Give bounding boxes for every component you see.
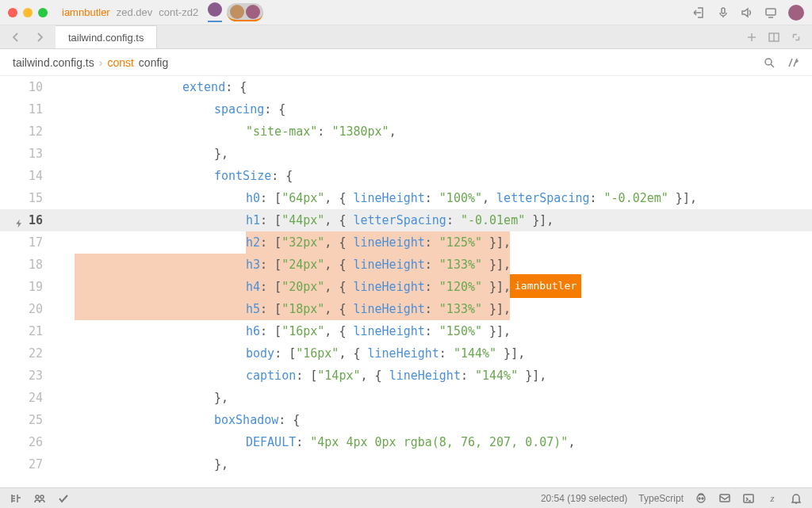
titlebar-actions	[693, 5, 804, 21]
code-content: },	[56, 387, 812, 409]
close-window-button[interactable]	[8, 8, 17, 17]
code-line[interactable]: 27},	[0, 453, 812, 476]
zed-icon[interactable]: z	[766, 492, 779, 505]
language-mode[interactable]: TypeScript	[638, 493, 684, 504]
screen-share-icon[interactable]	[764, 6, 777, 19]
line-number: 16	[0, 209, 56, 231]
notifications-icon[interactable]	[790, 492, 802, 505]
svg-point-7	[699, 498, 700, 499]
window-controls	[8, 8, 48, 17]
code-content: h0: ["64px", { lineHeight: "100%", lette…	[56, 187, 812, 209]
title-user[interactable]: iamnbutler	[62, 6, 110, 18]
code-content: h4: ["20px", { lineHeight: "120%" }],	[56, 276, 812, 298]
code-line[interactable]: 18h3: ["24px", { lineHeight: "133%" }],	[0, 254, 812, 276]
project-panel-icon[interactable]	[10, 492, 22, 505]
code-line[interactable]: 12"site-max": "1380px",	[0, 120, 812, 143]
svg-point-4	[36, 495, 39, 498]
code-content: },	[56, 143, 812, 165]
code-line[interactable]: 14fontSize: {	[0, 165, 812, 187]
minimize-window-button[interactable]	[23, 8, 33, 17]
code-line[interactable]: 16h1: ["44px", { letterSpacing: "-0.01em…	[0, 209, 812, 231]
nav-forward-icon[interactable]	[33, 31, 46, 44]
diagnostics-icon[interactable]	[57, 492, 70, 505]
line-number: 13	[0, 143, 56, 165]
split-pane-icon[interactable]	[768, 31, 780, 44]
code-content: h5: ["18px", { lineHeight: "133%" }],	[56, 298, 812, 320]
code-content: DEFAULT: "4px 4px 0px rgba(8, 76, 207, 0…	[56, 431, 812, 453]
speaker-icon[interactable]	[741, 6, 753, 19]
code-line[interactable]: 24},	[0, 387, 812, 409]
title-project[interactable]: zed.dev	[117, 6, 153, 18]
user-avatar[interactable]	[788, 5, 804, 21]
line-number: 19	[0, 276, 56, 298]
svg-point-3	[765, 59, 772, 65]
code-content: },	[56, 453, 812, 476]
code-line[interactable]: 20h5: ["18px", { lineHeight: "133%" }],	[0, 298, 812, 320]
nav-back-icon[interactable]	[10, 31, 22, 44]
contacts-icon[interactable]	[33, 492, 46, 505]
code-content: h2: ["32px", { lineHeight: "125%" }],	[56, 231, 812, 254]
code-line[interactable]: 21h6: ["16px", { lineHeight: "150%" }],	[0, 320, 812, 342]
breadcrumb-file[interactable]: tailwind.config.ts	[13, 56, 94, 69]
line-number: 21	[0, 320, 56, 342]
code-line[interactable]: 26DEFAULT: "4px 4px 0px rgba(8, 76, 207,…	[0, 431, 812, 453]
line-number: 22	[0, 342, 56, 365]
feedback-icon[interactable]	[718, 492, 731, 505]
code-line[interactable]: 23caption: ["14px", { lineHeight: "144%"…	[0, 365, 812, 387]
code-content: h6: ["16px", { lineHeight: "150%" }],	[56, 320, 812, 342]
line-number: 17	[0, 231, 56, 254]
collaborator-cursor-label: iamnbutler	[510, 274, 581, 298]
nav-buttons	[0, 25, 56, 48]
code-line[interactable]: 19h4: ["20px", { lineHeight: "120%" }],	[0, 276, 812, 298]
line-number: 27	[0, 453, 56, 476]
code-content: h1: ["44px", { letterSpacing: "-0.01em" …	[56, 209, 812, 231]
code-content: spacing: {	[56, 98, 812, 120]
svg-rect-0	[722, 8, 725, 13]
copilot-icon[interactable]	[695, 492, 707, 505]
breadcrumb-separator: ›	[99, 56, 103, 69]
assistant-icon[interactable]	[787, 56, 799, 69]
line-number: 14	[0, 165, 56, 187]
cursor-position[interactable]: 20:54 (199 selected)	[541, 493, 627, 504]
line-number: 12	[0, 120, 56, 143]
code-line[interactable]: 10extend: {	[0, 76, 812, 98]
line-number: 20	[0, 298, 56, 320]
leave-call-icon[interactable]	[693, 6, 706, 19]
code-content: caption: ["14px", { lineHeight: "144%" }…	[56, 365, 812, 387]
code-line[interactable]: 11spacing: {	[0, 98, 812, 120]
code-line[interactable]: 22body: ["16px", { lineHeight: "144%" }]…	[0, 342, 812, 365]
code-line[interactable]: 17h2: ["32px", { lineHeight: "125%" }],	[0, 231, 812, 254]
collaborator-group[interactable]	[227, 3, 263, 21]
line-number: 25	[0, 409, 56, 431]
code-line[interactable]: 13},	[0, 143, 812, 165]
maximize-window-button[interactable]	[38, 8, 48, 17]
breadcrumb-symbol[interactable]: config	[139, 56, 168, 69]
status-right: 20:54 (199 selected) TypeScript z	[541, 492, 802, 505]
code-content: "site-max": "1380px",	[56, 120, 812, 143]
microphone-icon[interactable]	[717, 6, 730, 19]
line-number: 11	[0, 98, 56, 120]
breadcrumb: tailwind.config.ts › const config	[0, 49, 812, 76]
line-number: 23	[0, 365, 56, 387]
code-editor[interactable]: 10extend: {11spacing: {12"site-max": "13…	[0, 76, 812, 487]
tab-bar-actions	[736, 25, 812, 48]
title-branch[interactable]: cont-zd2	[159, 6, 198, 18]
titlebar: iamnbutler zed.dev cont-zd2	[0, 0, 812, 25]
search-icon[interactable]	[763, 56, 776, 69]
terminal-icon[interactable]	[742, 492, 755, 505]
code-line[interactable]: 15h0: ["64px", { lineHeight: "100%", let…	[0, 187, 812, 209]
breadcrumb-keyword: const	[107, 56, 133, 69]
line-number: 10	[0, 76, 56, 98]
collaborator-avatar[interactable]	[208, 2, 222, 22]
code-content: fontSize: {	[56, 165, 812, 187]
line-number: 24	[0, 387, 56, 409]
new-tab-icon[interactable]	[745, 31, 758, 44]
collaborators	[208, 2, 263, 22]
line-number: 15	[0, 187, 56, 209]
file-tab[interactable]: tailwind.config.ts	[56, 25, 157, 48]
code-line[interactable]: 25boxShadow: {	[0, 409, 812, 431]
svg-rect-1	[766, 9, 776, 15]
line-number: 26	[0, 431, 56, 453]
expand-icon[interactable]	[790, 31, 802, 44]
svg-point-8	[702, 498, 703, 499]
